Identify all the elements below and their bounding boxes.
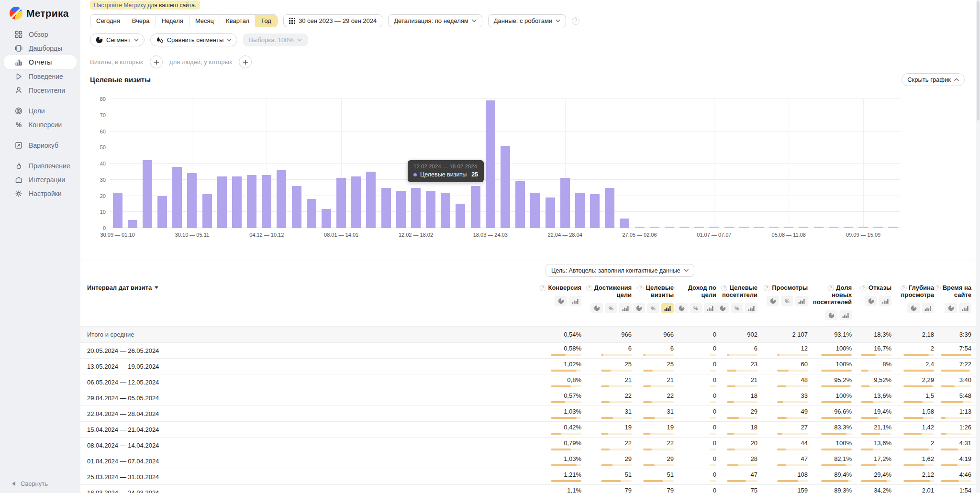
sidebar-item-conversions[interactable]: %Конверсии: [4, 118, 77, 131]
chart-bar[interactable]: [873, 227, 883, 228]
toggle-pie-icon[interactable]: [555, 296, 567, 306]
chart-bar[interactable]: [799, 227, 808, 228]
chart-bar[interactable]: [232, 176, 242, 228]
toggle-pie-icon[interactable]: [945, 303, 957, 313]
toggle-bars-icon[interactable]: [661, 303, 674, 313]
metric-help-icon[interactable]: ?: [828, 285, 834, 291]
sidebar-item-variocube[interactable]: Вариокуб: [4, 138, 77, 152]
chart-bar[interactable]: [844, 227, 853, 228]
toggle-percent-icon[interactable]: %: [647, 303, 659, 313]
chart-bar[interactable]: [694, 227, 704, 228]
period-button[interactable]: Неделя: [156, 15, 189, 27]
chart-bar[interactable]: [336, 178, 346, 228]
metric-help-icon[interactable]: ?: [637, 285, 644, 291]
chart-bar[interactable]: [157, 196, 167, 229]
chart-bar[interactable]: [739, 227, 749, 228]
chart-bar[interactable]: [307, 199, 316, 228]
table-row[interactable]: 18.03.2024 — 24.03.20241,1%797907515989,…: [80, 484, 980, 493]
data-robots-dropdown[interactable]: Данные: с роботами: [488, 14, 566, 27]
toggle-percent-icon[interactable]: %: [781, 296, 793, 306]
toggle-bars-icon[interactable]: [879, 296, 891, 306]
toggle-percent-icon[interactable]: %: [605, 303, 617, 313]
chart-bar[interactable]: [486, 100, 495, 228]
toggle-pie-icon[interactable]: [590, 303, 603, 313]
chart-bar[interactable]: [426, 191, 435, 228]
metric-help-icon[interactable]: ?: [764, 285, 770, 291]
period-button[interactable]: Год: [255, 15, 277, 27]
sidebar-item-integrations[interactable]: Интеграции: [4, 173, 77, 186]
chart-bar[interactable]: [217, 176, 227, 228]
chart-bar[interactable]: [471, 186, 480, 228]
chart-bar[interactable]: [530, 193, 540, 228]
chart-bar[interactable]: [172, 167, 182, 228]
chart-bar[interactable]: [128, 220, 137, 228]
sidebar-item-behavior[interactable]: Поведение: [4, 69, 77, 83]
chart-bar[interactable]: [605, 188, 614, 228]
toggle-bars-icon[interactable]: [704, 303, 716, 313]
chart-bar[interactable]: [769, 227, 779, 228]
chart-bar[interactable]: [590, 194, 600, 228]
chart-bar[interactable]: [277, 170, 286, 229]
chart-bar[interactable]: [501, 146, 510, 228]
sampling-button[interactable]: Выборка: 100%: [243, 33, 308, 46]
toggle-pie-icon[interactable]: [825, 310, 837, 320]
chart-bar[interactable]: [381, 188, 391, 228]
sidebar-item-overview[interactable]: Обзор: [4, 27, 77, 41]
chart-bar[interactable]: [858, 227, 868, 228]
chart-bar[interactable]: [575, 193, 585, 228]
toggle-pie-icon[interactable]: [675, 303, 688, 313]
chart-bar[interactable]: [202, 194, 212, 228]
chart-bar[interactable]: [679, 227, 689, 228]
metric-help-icon[interactable]: ?: [721, 285, 727, 291]
toggle-bars-icon[interactable]: [745, 303, 757, 313]
toggle-bars-icon[interactable]: [795, 296, 808, 306]
toggle-bars-icon[interactable]: [959, 303, 971, 313]
table-row[interactable]: 29.04.2024 — 05.05.20240,57%222201833100…: [80, 390, 980, 405]
toggle-pie-icon[interactable]: [865, 296, 877, 306]
collapse-sidebar-button[interactable]: Свернуть: [11, 480, 48, 487]
table-row[interactable]: 15.04.2024 — 21.04.20240,42%19190182783,…: [80, 421, 980, 437]
total-row[interactable]: Итого и средние0,54%96696609022 10793,1%…: [80, 326, 980, 342]
chart-bar[interactable]: [292, 186, 301, 228]
add-people-filter-button[interactable]: [239, 55, 252, 68]
toggle-pie-icon[interactable]: [767, 296, 779, 306]
table-row[interactable]: 06.05.2024 — 12.05.20240,8%21210214895,2…: [80, 374, 980, 390]
chart-bar[interactable]: [247, 175, 256, 228]
metric-help-icon[interactable]: ?: [860, 285, 867, 291]
toggle-pie-icon[interactable]: [716, 303, 729, 313]
chart-bar[interactable]: [187, 173, 197, 228]
chart-bar[interactable]: [113, 193, 122, 228]
metric-help-icon[interactable]: ?: [935, 285, 941, 291]
chart-bar[interactable]: [829, 227, 838, 228]
sidebar-item-visitors[interactable]: Посетители: [4, 83, 77, 97]
hide-chart-button[interactable]: Скрыть график: [902, 73, 965, 86]
goal-visits-chart[interactable]: 12.02.2024 — 18.02.2024 Целевые визиты 2…: [110, 99, 901, 228]
sort-by-date-button[interactable]: Интервал дат визита: [87, 282, 538, 291]
table-row[interactable]: 20.05.2024 — 26.05.20240,58%660612100%16…: [80, 342, 980, 358]
metric-help-icon[interactable]: ?: [540, 285, 546, 291]
chart-bar[interactable]: [620, 219, 629, 228]
add-visit-filter-button[interactable]: [150, 55, 163, 68]
chart-bar[interactable]: [143, 160, 152, 228]
chart-bar[interactable]: [366, 172, 376, 228]
period-button[interactable]: Сегодня: [90, 15, 126, 27]
toggle-pie-icon[interactable]: [633, 303, 645, 313]
chart-bar[interactable]: [888, 227, 898, 228]
period-button[interactable]: Вчера: [126, 15, 156, 27]
metrica-logo[interactable]: Метрика: [0, 0, 80, 27]
chart-bar[interactable]: [456, 204, 465, 228]
chart-bar[interactable]: [635, 227, 645, 228]
toggle-percent-icon[interactable]: %: [731, 303, 743, 313]
scrollbar-thumb[interactable]: [977, 1, 980, 121]
sidebar-item-goals[interactable]: Цели: [4, 104, 77, 118]
chart-bar[interactable]: [322, 209, 331, 229]
toggle-bars-icon[interactable]: [839, 310, 852, 320]
period-button[interactable]: Месяц: [189, 15, 220, 27]
chart-bar[interactable]: [515, 181, 525, 228]
metric-help-icon[interactable]: ?: [901, 285, 907, 291]
compare-segments-button[interactable]: Сравнить сегменты: [150, 33, 238, 46]
help-icon[interactable]: ?: [572, 17, 579, 25]
table-row[interactable]: 25.03.2024 — 31.03.20241,21%515104710889…: [80, 469, 980, 484]
detail-dropdown[interactable]: Детализация: по неделям: [388, 14, 482, 27]
period-button[interactable]: Квартал: [220, 15, 255, 27]
